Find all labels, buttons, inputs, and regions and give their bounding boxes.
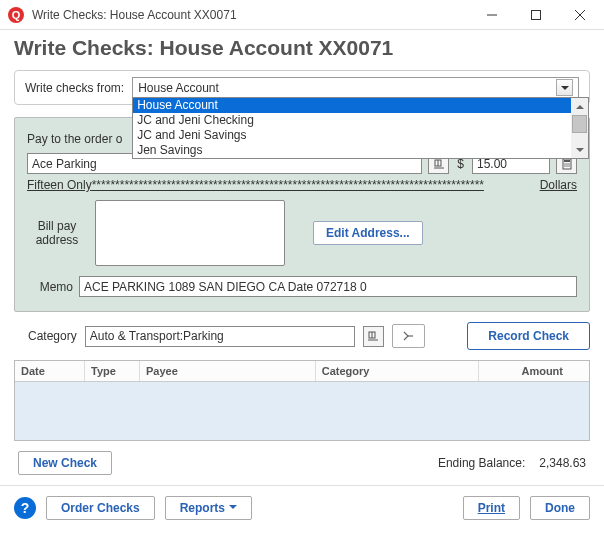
footer-row-1: New Check Ending Balance: 2,348.63: [0, 441, 604, 475]
category-lookup-icon[interactable]: [363, 326, 384, 347]
write-from-label: Write checks from:: [25, 81, 124, 95]
amount-words-line: Fifteen Only****************************…: [27, 178, 577, 192]
caret-down-icon: [229, 501, 237, 516]
new-check-button[interactable]: New Check: [18, 451, 112, 475]
svg-point-13: [564, 163, 565, 164]
amount-words: Fifteen Only: [27, 178, 92, 192]
table-header: Date Type Payee Category Amount: [15, 361, 589, 382]
scroll-down-icon[interactable]: [571, 141, 588, 158]
print-button[interactable]: Print: [463, 496, 520, 520]
dropdown-option[interactable]: JC and Jeni Checking: [133, 113, 571, 128]
col-payee[interactable]: Payee: [140, 361, 316, 381]
col-category[interactable]: Category: [316, 361, 479, 381]
dollars-label: Dollars: [540, 178, 577, 192]
record-check-button[interactable]: Record Check: [467, 322, 590, 350]
ending-balance-label: Ending Balance:: [438, 456, 525, 470]
dropdown-scrollbar[interactable]: [571, 98, 588, 158]
col-spacer: [569, 361, 589, 381]
table-body[interactable]: [15, 382, 589, 440]
dropdown-arrow-icon[interactable]: [556, 79, 573, 96]
titlebar: Q Write Checks: House Account XX0071: [0, 0, 604, 30]
scroll-thumb[interactable]: [572, 115, 587, 133]
svg-point-18: [568, 165, 569, 166]
pay-to-label: Pay to the order o: [27, 132, 122, 146]
svg-point-17: [566, 165, 567, 166]
app-logo-icon: Q: [8, 7, 24, 23]
footer-row-2: ? Order Checks Reports Print Done: [0, 485, 604, 530]
col-type[interactable]: Type: [85, 361, 140, 381]
col-date[interactable]: Date: [15, 361, 85, 381]
write-from-row: Write checks from: House Account House A…: [14, 70, 590, 105]
window-title: Write Checks: House Account XX0071: [32, 8, 470, 22]
memo-field[interactable]: ACE PARKING 1089 SAN DIEGO CA Date 07271…: [79, 276, 577, 297]
category-row: Category Auto & Transport:Parking Record…: [0, 312, 604, 358]
help-button[interactable]: ?: [14, 497, 36, 519]
category-label: Category: [28, 329, 77, 343]
svg-point-16: [564, 165, 565, 166]
reports-button[interactable]: Reports: [165, 496, 252, 520]
edit-address-button[interactable]: Edit Address...: [313, 221, 423, 245]
split-button[interactable]: [392, 324, 425, 348]
svg-point-14: [566, 163, 567, 164]
dropdown-option[interactable]: Jen Savings: [133, 143, 571, 158]
register-table: Date Type Payee Category Amount: [14, 360, 590, 441]
write-from-dropdown[interactable]: House Account JC and Jeni Checking JC an…: [132, 97, 589, 159]
order-checks-button[interactable]: Order Checks: [46, 496, 155, 520]
memo-label: Memo: [27, 280, 73, 294]
write-from-select[interactable]: House Account House Account JC and Jeni …: [132, 77, 579, 98]
dropdown-option[interactable]: House Account: [133, 98, 571, 113]
ending-balance-value: 2,348.63: [539, 456, 586, 470]
billpay-address-field[interactable]: [95, 200, 285, 266]
write-from-selected: House Account: [138, 81, 219, 95]
done-button[interactable]: Done: [530, 496, 590, 520]
category-field[interactable]: Auto & Transport:Parking: [85, 326, 355, 347]
page-title: Write Checks: House Account XX0071: [0, 30, 604, 70]
minimize-button[interactable]: [470, 1, 514, 29]
svg-rect-12: [564, 160, 570, 162]
svg-rect-1: [532, 10, 541, 19]
close-button[interactable]: [558, 1, 602, 29]
svg-point-15: [568, 163, 569, 164]
maximize-button[interactable]: [514, 1, 558, 29]
dropdown-option[interactable]: JC and Jeni Savings: [133, 128, 571, 143]
scroll-up-icon[interactable]: [571, 98, 588, 115]
billpay-label: Bill payaddress: [27, 219, 87, 247]
col-amount[interactable]: Amount: [479, 361, 569, 381]
